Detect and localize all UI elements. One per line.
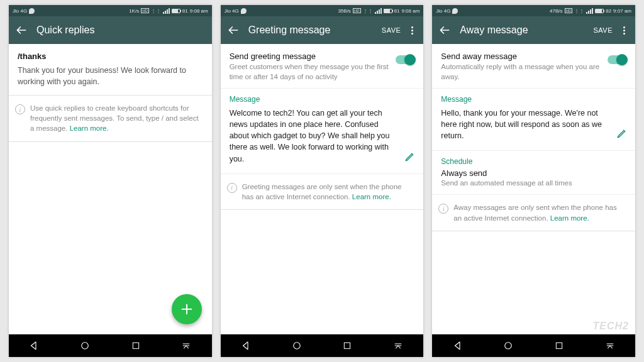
status-bar: Jio 4G 1K/s HD ⋮⋮ 81 9:08 am [9, 5, 212, 16]
svg-rect-1 [133, 343, 138, 348]
save-button[interactable]: SAVE [378, 24, 405, 36]
phone-screen-away: Jio 4G 47B/s HD ⋮⋮ 82 9:07 am Away messa… [432, 5, 635, 357]
nav-recents-button[interactable] [340, 339, 354, 353]
greeting-toggle-row[interactable]: Send greeting message Greet customers wh… [221, 44, 424, 89]
info-text: Greeting messages are only sent when the… [242, 182, 415, 202]
nav-recents-button[interactable] [552, 339, 566, 353]
away-toggle-row[interactable]: Send away message Automatically reply wi… [432, 44, 635, 89]
info-box: i Use quick replies to create keyboard s… [9, 95, 212, 141]
nav-home-button[interactable] [501, 339, 515, 353]
pencil-icon [616, 128, 628, 139]
signal-icon [163, 8, 170, 14]
carrier-label: Jio 4G [13, 8, 27, 14]
hd-icon: HD [353, 8, 361, 13]
content-area: Send greeting message Greet customers wh… [221, 44, 424, 334]
learn-more-link[interactable]: Learn more. [550, 214, 589, 222]
toggle-switch[interactable] [396, 55, 414, 64]
svg-rect-3 [345, 343, 350, 348]
back-button[interactable] [225, 21, 242, 39]
info-icon: i [227, 183, 237, 193]
back-button[interactable] [13, 21, 30, 39]
toggle-subtitle: Greet customers when they message you th… [230, 62, 391, 82]
app-bar: Greeting message SAVE [221, 16, 424, 44]
info-text: Away messages are only sent when the pho… [453, 202, 626, 222]
nav-back-button[interactable] [451, 339, 465, 353]
phone-screen-greeting: Jio 4G 35B/s HD ⋮⋮ 81 9:08 am Greeting m… [221, 5, 424, 357]
edit-button[interactable] [615, 126, 629, 140]
speed-label: 47B/s [550, 8, 562, 14]
battery-label: 81 [394, 8, 400, 14]
status-bar: Jio 4G 35B/s HD ⋮⋮ 81 9:08 am [221, 5, 424, 16]
signal-icon [586, 8, 593, 14]
more-menu-button[interactable] [616, 23, 631, 38]
status-bar: Jio 4G 47B/s HD ⋮⋮ 82 9:07 am [432, 5, 635, 16]
page-title: Greeting message [248, 25, 378, 36]
message-section-label: Message [221, 89, 424, 104]
schedule-subtitle: Send an automated message at all times [441, 179, 626, 187]
carrier-label: Jio 4G [436, 8, 450, 14]
learn-more-link[interactable]: Learn more. [352, 193, 391, 200]
battery-icon [595, 9, 604, 13]
edit-button[interactable] [403, 150, 417, 163]
arrow-left-icon [438, 24, 451, 36]
signal-icon [375, 8, 382, 14]
toggle-subtitle: Automatically reply with a message when … [441, 62, 602, 82]
message-row[interactable]: Welcome to tech2! You can get all your t… [221, 104, 424, 174]
arrow-left-icon [227, 24, 240, 36]
back-button[interactable] [436, 21, 453, 39]
svg-rect-5 [556, 343, 562, 348]
nav-home-button[interactable] [78, 339, 92, 353]
time-label: 9:08 am [401, 8, 419, 14]
phone-screen-quick-replies: Jio 4G 1K/s HD ⋮⋮ 81 9:08 am Quick repli… [9, 5, 212, 357]
page-title: Quick replies [36, 25, 208, 36]
wifi-icon: ⋮⋮ [151, 8, 161, 14]
time-label: 9:08 am [190, 8, 208, 14]
chat-icon [452, 8, 458, 14]
nav-drawer-button[interactable] [391, 339, 405, 353]
nav-home-button[interactable] [290, 339, 304, 353]
away-message-text: Hello, thank you for your message. We're… [441, 107, 611, 141]
quick-reply-shortcut: /thanks [18, 52, 203, 61]
hd-icon: HD [141, 8, 149, 13]
nav-drawer-button[interactable] [603, 339, 617, 353]
svg-point-2 [293, 343, 300, 349]
nav-drawer-button[interactable] [179, 339, 193, 353]
pencil-icon [404, 151, 416, 162]
speed-label: 1K/s [129, 8, 139, 14]
message-row[interactable]: Hello, thank you for your message. We're… [432, 104, 635, 151]
info-text: Use quick replies to create keyboard sho… [30, 103, 203, 133]
add-quick-reply-fab[interactable] [172, 294, 202, 324]
content-area: Send away message Automatically reply wi… [432, 44, 635, 334]
arrow-left-icon [15, 24, 28, 36]
schedule-row[interactable]: Always send Send an automated message at… [432, 166, 635, 195]
more-menu-button[interactable] [404, 23, 419, 38]
chat-icon [241, 8, 247, 14]
quick-reply-text: Thank you for your business! We look for… [18, 65, 203, 87]
battery-label: 82 [606, 8, 611, 14]
wifi-icon: ⋮⋮ [363, 8, 373, 14]
android-nav-bar [432, 334, 635, 357]
toggle-switch[interactable] [608, 55, 626, 64]
schedule-title: Always send [441, 168, 626, 178]
info-box: i Greeting messages are only sent when t… [221, 174, 424, 210]
speed-label: 35B/s [338, 8, 350, 14]
carrier-label: Jio 4G [225, 8, 239, 14]
toggle-title: Send away message [441, 52, 602, 61]
battery-label: 81 [182, 8, 188, 14]
nav-recents-button[interactable] [129, 339, 143, 353]
android-nav-bar [221, 334, 424, 357]
app-bar: Quick replies [9, 16, 212, 44]
app-bar: Away message SAVE [432, 16, 635, 44]
info-box: i Away messages are only sent when the p… [432, 195, 635, 231]
learn-more-link[interactable]: Learn more. [70, 124, 109, 132]
wifi-icon: ⋮⋮ [574, 8, 584, 14]
svg-point-4 [505, 343, 512, 349]
time-label: 9:07 am [613, 8, 631, 14]
save-button[interactable]: SAVE [589, 24, 616, 36]
nav-back-button[interactable] [27, 339, 41, 353]
nav-back-button[interactable] [239, 339, 253, 353]
watermark: TECH2 [593, 321, 629, 332]
quick-reply-item[interactable]: /thanks Thank you for your business! We … [9, 44, 212, 95]
android-nav-bar [9, 334, 212, 357]
chat-icon [29, 8, 35, 14]
